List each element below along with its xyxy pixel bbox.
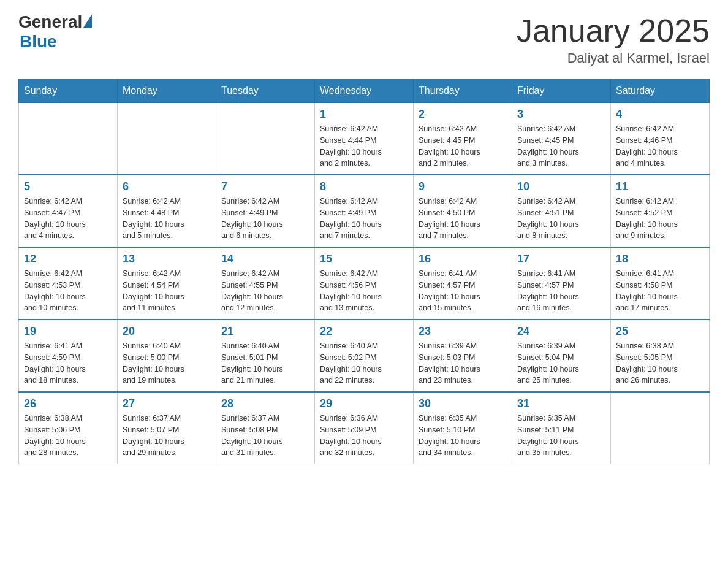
- day-info: Sunrise: 6:38 AM Sunset: 5:06 PM Dayligh…: [24, 413, 112, 459]
- day-number: 5: [24, 180, 112, 193]
- calendar-cell: 16Sunrise: 6:41 AM Sunset: 4:57 PM Dayli…: [414, 247, 512, 320]
- day-number: 19: [24, 325, 112, 338]
- calendar-cell: 20Sunrise: 6:40 AM Sunset: 5:00 PM Dayli…: [118, 320, 216, 392]
- day-info: Sunrise: 6:40 AM Sunset: 5:00 PM Dayligh…: [123, 340, 211, 386]
- logo-general-text: General: [18, 12, 82, 32]
- calendar-cell: 9Sunrise: 6:42 AM Sunset: 4:50 PM Daylig…: [414, 175, 512, 247]
- day-number: 2: [419, 108, 507, 121]
- day-info: Sunrise: 6:42 AM Sunset: 4:51 PM Dayligh…: [517, 196, 605, 242]
- calendar-cell: [19, 103, 118, 175]
- logo-triangle-icon: [83, 14, 92, 28]
- title-section: January 2025 Daliyat al Karmel, Israel: [517, 12, 710, 66]
- calendar-cell: 7Sunrise: 6:42 AM Sunset: 4:49 PM Daylig…: [216, 175, 315, 247]
- calendar-cell: 2Sunrise: 6:42 AM Sunset: 4:45 PM Daylig…: [414, 103, 512, 175]
- day-number: 6: [123, 180, 211, 193]
- calendar-cell: 11Sunrise: 6:42 AM Sunset: 4:52 PM Dayli…: [611, 175, 710, 247]
- day-info: Sunrise: 6:42 AM Sunset: 4:56 PM Dayligh…: [320, 268, 408, 314]
- day-number: 17: [517, 253, 605, 266]
- calendar-cell: 25Sunrise: 6:38 AM Sunset: 5:05 PM Dayli…: [611, 320, 710, 392]
- calendar-cell: 19Sunrise: 6:41 AM Sunset: 4:59 PM Dayli…: [19, 320, 118, 392]
- day-info: Sunrise: 6:35 AM Sunset: 5:10 PM Dayligh…: [419, 413, 507, 459]
- calendar-cell: 3Sunrise: 6:42 AM Sunset: 4:45 PM Daylig…: [512, 103, 611, 175]
- day-number: 30: [419, 397, 507, 410]
- calendar-cell: 31Sunrise: 6:35 AM Sunset: 5:11 PM Dayli…: [512, 392, 611, 464]
- calendar-cell: 1Sunrise: 6:42 AM Sunset: 4:44 PM Daylig…: [315, 103, 414, 175]
- calendar-week-row: 26Sunrise: 6:38 AM Sunset: 5:06 PM Dayli…: [19, 392, 710, 464]
- day-info: Sunrise: 6:41 AM Sunset: 4:58 PM Dayligh…: [616, 268, 704, 314]
- day-info: Sunrise: 6:41 AM Sunset: 4:59 PM Dayligh…: [24, 340, 112, 386]
- day-of-week-header: Wednesday: [315, 79, 414, 103]
- day-info: Sunrise: 6:42 AM Sunset: 4:46 PM Dayligh…: [616, 123, 704, 169]
- calendar-cell: 24Sunrise: 6:39 AM Sunset: 5:04 PM Dayli…: [512, 320, 611, 392]
- calendar-cell: 27Sunrise: 6:37 AM Sunset: 5:07 PM Dayli…: [118, 392, 216, 464]
- calendar-cell: 8Sunrise: 6:42 AM Sunset: 4:49 PM Daylig…: [315, 175, 414, 247]
- day-of-week-header: Sunday: [19, 79, 118, 103]
- day-number: 16: [419, 253, 507, 266]
- day-number: 11: [616, 180, 704, 193]
- day-info: Sunrise: 6:42 AM Sunset: 4:49 PM Dayligh…: [320, 196, 408, 242]
- day-number: 3: [517, 108, 605, 121]
- day-of-week-header: Tuesday: [216, 79, 315, 103]
- calendar-cell: 18Sunrise: 6:41 AM Sunset: 4:58 PM Dayli…: [611, 247, 710, 320]
- day-number: 7: [221, 180, 309, 193]
- day-of-week-header: Friday: [512, 79, 611, 103]
- day-number: 13: [123, 253, 211, 266]
- day-info: Sunrise: 6:38 AM Sunset: 5:05 PM Dayligh…: [616, 340, 704, 386]
- day-number: 27: [123, 397, 211, 410]
- day-info: Sunrise: 6:37 AM Sunset: 5:08 PM Dayligh…: [221, 413, 309, 459]
- calendar-cell: 10Sunrise: 6:42 AM Sunset: 4:51 PM Dayli…: [512, 175, 611, 247]
- day-info: Sunrise: 6:40 AM Sunset: 5:01 PM Dayligh…: [221, 340, 309, 386]
- day-number: 12: [24, 253, 112, 266]
- calendar-cell: 23Sunrise: 6:39 AM Sunset: 5:03 PM Dayli…: [414, 320, 512, 392]
- page-header: General Blue January 2025 Daliyat al Kar…: [18, 12, 710, 66]
- day-info: Sunrise: 6:42 AM Sunset: 4:53 PM Dayligh…: [24, 268, 112, 314]
- day-number: 24: [517, 325, 605, 338]
- day-number: 1: [320, 108, 408, 121]
- day-number: 9: [419, 180, 507, 193]
- calendar-cell: 4Sunrise: 6:42 AM Sunset: 4:46 PM Daylig…: [611, 103, 710, 175]
- calendar-table: SundayMondayTuesdayWednesdayThursdayFrid…: [18, 79, 710, 464]
- calendar-week-row: 12Sunrise: 6:42 AM Sunset: 4:53 PM Dayli…: [19, 247, 710, 320]
- location-subtitle: Daliyat al Karmel, Israel: [517, 50, 710, 66]
- calendar-cell: 14Sunrise: 6:42 AM Sunset: 4:55 PM Dayli…: [216, 247, 315, 320]
- calendar-cell: 15Sunrise: 6:42 AM Sunset: 4:56 PM Dayli…: [315, 247, 414, 320]
- day-info: Sunrise: 6:42 AM Sunset: 4:45 PM Dayligh…: [419, 123, 507, 169]
- calendar-cell: 29Sunrise: 6:36 AM Sunset: 5:09 PM Dayli…: [315, 392, 414, 464]
- day-number: 31: [517, 397, 605, 410]
- calendar-cell: [118, 103, 216, 175]
- day-info: Sunrise: 6:42 AM Sunset: 4:52 PM Dayligh…: [616, 196, 704, 242]
- day-info: Sunrise: 6:39 AM Sunset: 5:04 PM Dayligh…: [517, 340, 605, 386]
- calendar-cell: 6Sunrise: 6:42 AM Sunset: 4:48 PM Daylig…: [118, 175, 216, 247]
- day-number: 22: [320, 325, 408, 338]
- logo: General Blue: [18, 12, 92, 52]
- day-info: Sunrise: 6:42 AM Sunset: 4:47 PM Dayligh…: [24, 196, 112, 242]
- day-number: 18: [616, 253, 704, 266]
- calendar-cell: 5Sunrise: 6:42 AM Sunset: 4:47 PM Daylig…: [19, 175, 118, 247]
- calendar-cell: 28Sunrise: 6:37 AM Sunset: 5:08 PM Dayli…: [216, 392, 315, 464]
- day-number: 29: [320, 397, 408, 410]
- day-info: Sunrise: 6:42 AM Sunset: 4:44 PM Dayligh…: [320, 123, 408, 169]
- calendar-cell: 22Sunrise: 6:40 AM Sunset: 5:02 PM Dayli…: [315, 320, 414, 392]
- day-number: 8: [320, 180, 408, 193]
- calendar-header-row: SundayMondayTuesdayWednesdayThursdayFrid…: [19, 79, 710, 103]
- day-info: Sunrise: 6:41 AM Sunset: 4:57 PM Dayligh…: [517, 268, 605, 314]
- day-number: 15: [320, 253, 408, 266]
- calendar-cell: [216, 103, 315, 175]
- day-number: 20: [123, 325, 211, 338]
- day-number: 25: [616, 325, 704, 338]
- day-info: Sunrise: 6:41 AM Sunset: 4:57 PM Dayligh…: [419, 268, 507, 314]
- calendar-cell: 30Sunrise: 6:35 AM Sunset: 5:10 PM Dayli…: [414, 392, 512, 464]
- calendar-week-row: 1Sunrise: 6:42 AM Sunset: 4:44 PM Daylig…: [19, 103, 710, 175]
- calendar-cell: 13Sunrise: 6:42 AM Sunset: 4:54 PM Dayli…: [118, 247, 216, 320]
- day-number: 4: [616, 108, 704, 121]
- logo-blue-text: Blue: [20, 32, 92, 52]
- calendar-cell: 26Sunrise: 6:38 AM Sunset: 5:06 PM Dayli…: [19, 392, 118, 464]
- calendar-cell: 17Sunrise: 6:41 AM Sunset: 4:57 PM Dayli…: [512, 247, 611, 320]
- day-of-week-header: Saturday: [611, 79, 710, 103]
- day-number: 23: [419, 325, 507, 338]
- day-info: Sunrise: 6:42 AM Sunset: 4:49 PM Dayligh…: [221, 196, 309, 242]
- day-info: Sunrise: 6:37 AM Sunset: 5:07 PM Dayligh…: [123, 413, 211, 459]
- calendar-cell: 12Sunrise: 6:42 AM Sunset: 4:53 PM Dayli…: [19, 247, 118, 320]
- day-number: 26: [24, 397, 112, 410]
- day-of-week-header: Thursday: [414, 79, 512, 103]
